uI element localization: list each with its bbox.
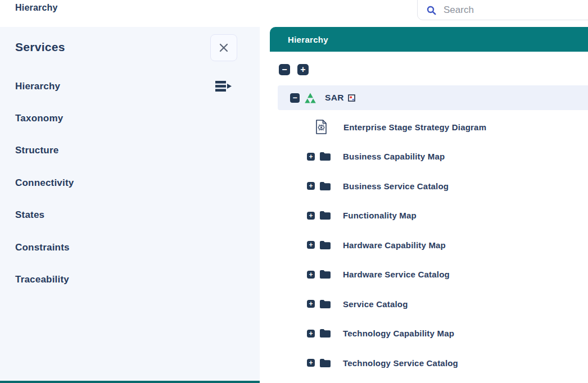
tree-row[interactable]: + Technology Capability Map <box>270 319 588 349</box>
sidebar-title: Services <box>15 40 65 54</box>
expand-node-button[interactable]: + <box>307 241 315 249</box>
green-triangles-icon <box>305 93 316 103</box>
expand-node-button[interactable]: + <box>307 271 315 279</box>
plus-icon: + <box>309 183 313 189</box>
close-button[interactable] <box>210 34 237 61</box>
minus-icon: − <box>292 94 297 102</box>
tree-row-label: Hardware Service Catalog <box>343 270 450 279</box>
open-panel-icon[interactable] <box>215 80 232 93</box>
plus-icon: + <box>309 271 313 278</box>
sidebar: Services Hierarchy <box>0 27 260 383</box>
folder-icon <box>319 240 331 250</box>
collapse-node-button[interactable]: − <box>290 93 300 103</box>
diagram-badge-icon <box>348 94 355 102</box>
plus-icon: + <box>309 153 313 160</box>
tree-row-label: Enterprise Stage Strategy Diagram <box>343 122 486 132</box>
tree-row-label: Service Catalog <box>343 299 408 309</box>
expand-node-button[interactable]: + <box>307 330 315 338</box>
expand-node-button[interactable]: + <box>307 212 315 220</box>
tree-row[interactable]: + Service Catalog <box>270 289 588 319</box>
close-icon <box>219 43 229 53</box>
sidebar-item-label: Constraints <box>15 242 70 253</box>
sidebar-item[interactable]: Connectivity <box>15 167 245 199</box>
diagram-document-icon <box>315 120 327 134</box>
tree-root-row[interactable]: − SAR <box>278 85 588 110</box>
tree-row-label: Business Capability Map <box>343 152 445 161</box>
tree-row-label: Hardware Capability Map <box>343 240 446 250</box>
tree-row[interactable]: + Hardware Service Catalog <box>270 260 588 290</box>
folder-icon <box>319 211 331 220</box>
folder-icon <box>319 152 331 161</box>
folder-icon <box>319 181 331 191</box>
expand-node-button[interactable]: + <box>307 153 315 161</box>
tree-row-label: Business Service Catalog <box>343 181 449 191</box>
sidebar-item[interactable]: Hierarchy <box>15 70 245 102</box>
folder-icon <box>319 358 331 368</box>
expand-node-button[interactable]: + <box>307 300 315 308</box>
sidebar-nav: Hierarchy Taxonomy Structure <box>15 70 245 296</box>
plus-icon: + <box>309 330 313 337</box>
plus-icon: + <box>309 212 313 219</box>
tree-toolbar: − + <box>279 64 588 75</box>
sidebar-item-label: Hierarchy <box>15 81 60 92</box>
folder-icon <box>319 299 331 309</box>
tree-root-label: SAR <box>325 93 344 103</box>
tree-children: Enterprise Stage Strategy Diagram + Busi… <box>270 112 588 378</box>
hierarchy-panel: Hierarchy − + − SAR <box>270 27 588 383</box>
tree-row[interactable]: + Hardware Capability Map <box>270 230 588 260</box>
plus-icon: + <box>309 300 313 307</box>
tree-row[interactable]: + Technology Service Catalog <box>270 348 588 378</box>
sidebar-item-label: Structure <box>15 145 58 156</box>
sidebar-item[interactable]: Taxonomy <box>15 102 245 134</box>
sidebar-item-label: Traceability <box>15 274 69 285</box>
plus-icon: + <box>309 241 313 248</box>
sidebar-item[interactable]: States <box>15 199 245 231</box>
sidebar-item[interactable]: Structure <box>15 135 245 167</box>
tree-row[interactable]: + Functionality Map <box>270 201 588 231</box>
folder-icon <box>319 329 331 338</box>
topbar: Hierarchy <box>0 0 588 27</box>
search-box[interactable] <box>417 0 588 20</box>
panel-title: Hierarchy <box>288 35 328 44</box>
sidebar-bottom-bar <box>0 381 260 383</box>
expand-all-button[interactable]: + <box>297 64 309 75</box>
collapse-all-button[interactable]: − <box>279 64 290 75</box>
expand-node-button[interactable]: + <box>307 182 315 190</box>
sidebar-item-label: States <box>15 209 44 221</box>
expand-all-icon: + <box>300 65 305 74</box>
breadcrumb: Hierarchy <box>15 3 58 13</box>
plus-icon: + <box>309 359 313 366</box>
tree-row-label: Technology Service Catalog <box>343 358 458 368</box>
tree-row[interactable]: Enterprise Stage Strategy Diagram <box>270 112 588 142</box>
tree-row[interactable]: + Business Capability Map <box>270 142 588 172</box>
expand-node-button[interactable]: + <box>307 359 315 367</box>
search-input[interactable] <box>442 4 568 16</box>
folder-icon <box>319 270 331 279</box>
sidebar-item-label: Taxonomy <box>15 113 63 124</box>
panel-header: Hierarchy <box>270 27 588 52</box>
tree-row-label: Functionality Map <box>343 211 417 220</box>
tree-row-label: Technology Capability Map <box>343 329 454 338</box>
collapse-all-icon: − <box>282 65 287 74</box>
tree-row[interactable]: + Business Service Catalog <box>270 171 588 201</box>
sidebar-item[interactable]: Traceability <box>15 263 245 295</box>
search-icon <box>427 6 436 15</box>
sidebar-item-label: Connectivity <box>15 177 74 189</box>
sidebar-item[interactable]: Constraints <box>15 231 245 263</box>
